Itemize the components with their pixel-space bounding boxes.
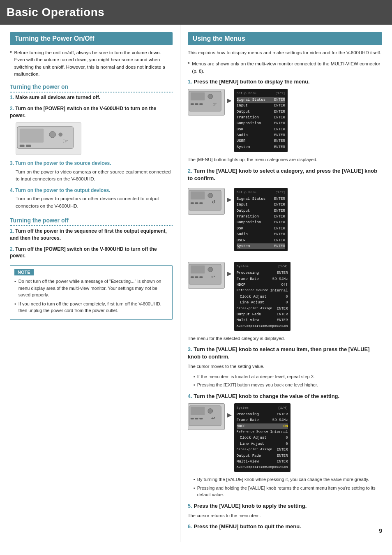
power-off-subsection: Turning the power off bbox=[10, 217, 173, 226]
svg-rect-5 bbox=[26, 145, 31, 147]
right-section-header: Using the Menus bbox=[188, 32, 382, 45]
step1-caption: The [MENU] button lights up, the menu ca… bbox=[188, 156, 382, 163]
svg-rect-17 bbox=[191, 202, 194, 204]
menu-display-2b: System[1/4] ProcessingENTER Frame Rate59… bbox=[234, 262, 291, 331]
device-small-2b: ↩ bbox=[188, 262, 225, 289]
svg-rect-33 bbox=[199, 418, 203, 419]
right-star-item: * Menus are shown only on the multi-view… bbox=[188, 60, 382, 75]
arrow-right-2a bbox=[227, 188, 232, 203]
svg-text:☞: ☞ bbox=[62, 138, 68, 145]
star-icon: * bbox=[10, 49, 12, 78]
svg-rect-29 bbox=[191, 407, 205, 415]
svg-point-16 bbox=[208, 193, 213, 198]
svg-rect-4 bbox=[20, 145, 25, 147]
step3-bullet-2: • Pressing the [EXIT] button moves you b… bbox=[194, 382, 382, 388]
arrow-right-4 bbox=[227, 403, 232, 418]
arrow-right-1 bbox=[227, 89, 232, 104]
menu-mockup-1: ☞ Setup Menu[1/1] Signal StatusENTER Inp… bbox=[188, 89, 382, 152]
svg-text:↩: ↩ bbox=[211, 416, 215, 421]
svg-point-23 bbox=[208, 267, 213, 272]
svg-rect-18 bbox=[195, 202, 198, 204]
menu-mockup-2b: ↩ System[1/4] ProcessingENTER Frame Rate… bbox=[188, 262, 382, 331]
svg-rect-8 bbox=[191, 92, 205, 101]
svg-rect-15 bbox=[191, 192, 205, 200]
device-small-1: ☞ bbox=[188, 89, 225, 116]
svg-rect-12 bbox=[199, 103, 203, 105]
page-title: Basic Operations bbox=[7, 6, 382, 19]
step4-bullet-1: • By turning the [VALUE] knob while pres… bbox=[194, 476, 382, 483]
svg-point-2 bbox=[49, 132, 56, 138]
svg-rect-31 bbox=[191, 418, 194, 419]
arrow-right-2b bbox=[227, 262, 232, 277]
page-header: Basic Operations bbox=[0, 0, 392, 25]
svg-rect-10 bbox=[191, 103, 194, 105]
right-column: Using the Menus This explains how to dis… bbox=[180, 25, 392, 542]
svg-rect-32 bbox=[195, 418, 198, 419]
step2-caption: The menu for the selected category is di… bbox=[188, 335, 382, 342]
svg-text:↩: ↩ bbox=[211, 275, 215, 280]
svg-rect-11 bbox=[195, 103, 198, 105]
step4-bullet-2: • Pressing and holding the [VALUE] knob … bbox=[194, 485, 382, 498]
right-step-6: 6. Press the [MENU] button to quit the m… bbox=[188, 523, 382, 530]
step3-bullet-1: • If the menu item is located at a deepe… bbox=[194, 373, 382, 380]
power-on-step-1: 1. Make sure all devices are turned off. bbox=[10, 94, 173, 101]
device-small-4: ↩ bbox=[188, 403, 225, 430]
svg-rect-24 bbox=[191, 277, 194, 278]
note-bullet-2: • If you need to turn off the power comp… bbox=[14, 301, 168, 314]
right-step-1: 1. Press the [MENU] button to display th… bbox=[188, 78, 382, 163]
two-menus: ↺ Setup Menu[1/1] Signal StatusENTER Inp… bbox=[188, 185, 382, 335]
power-on-step-4: 4. Turn on the power to the output devic… bbox=[10, 187, 173, 210]
step5-caption: The cursor returns to the menu item. bbox=[188, 512, 382, 519]
power-on-step-2: 2. Turn on the [POWER] switch on the V-6… bbox=[10, 105, 173, 155]
page-number: 9 bbox=[379, 527, 382, 534]
device-small-2a: ↺ bbox=[188, 188, 225, 215]
svg-text:↺: ↺ bbox=[212, 199, 215, 204]
menu-display-1: Setup Menu[1/1] Signal StatusENTER Input… bbox=[234, 89, 288, 152]
power-off-step-1: 1. Turn off the power in the sequence of… bbox=[10, 228, 173, 242]
right-step-4: 4. Turn the [VALUE] knob to change the v… bbox=[188, 393, 382, 498]
menu-display-4: System[1/4] ProcessingENTER Frame Rate59… bbox=[234, 403, 291, 472]
svg-rect-19 bbox=[199, 202, 203, 204]
menu-mockup-4: ↩ System[1/4] ProcessingENTER Frame Rate… bbox=[188, 403, 382, 472]
note-bullet-1: • Do not turn off the power while a mess… bbox=[14, 278, 168, 298]
svg-rect-1 bbox=[20, 129, 44, 143]
svg-point-3 bbox=[58, 133, 62, 137]
svg-point-30 bbox=[208, 409, 213, 414]
menu-mockup-2a: ↺ Setup Menu[1/1] Signal StatusENTER Inp… bbox=[188, 188, 382, 251]
device-image-power-on: ☞ bbox=[16, 122, 81, 155]
left-section-header: Turning the Power On/Off bbox=[10, 32, 173, 45]
svg-rect-26 bbox=[199, 277, 203, 278]
svg-rect-22 bbox=[191, 266, 205, 274]
svg-rect-25 bbox=[195, 277, 198, 278]
right-step-5: 5. Press the [VALUE] knob to apply the s… bbox=[188, 502, 382, 519]
note-box: NOTE • Do not turn off the power while a… bbox=[10, 265, 173, 320]
power-on-step-3: 3. Turn on the power to the source devic… bbox=[10, 160, 173, 183]
left-column: Turning the Power On/Off * Before turnin… bbox=[0, 25, 180, 542]
right-step-3: 3. Turn the [VALUE] knob to select a men… bbox=[188, 346, 382, 388]
right-step-2: 2. Turn the [VALUE] knob to select a cat… bbox=[188, 167, 382, 342]
power-off-step-2: 2. Turn off the [POWER] switch on the V-… bbox=[10, 246, 173, 260]
power-on-subsection: Turning the power on bbox=[10, 83, 173, 92]
right-star-icon: * bbox=[188, 60, 189, 75]
right-intro: This explains how to display menus and m… bbox=[188, 49, 382, 56]
svg-text:☞: ☞ bbox=[212, 102, 217, 107]
svg-point-9 bbox=[208, 94, 213, 99]
menu-display-2a: Setup Menu[1/1] Signal StatusENTER Input… bbox=[234, 188, 288, 251]
left-intro-star: * Before turning the unit on/off, always… bbox=[10, 49, 173, 78]
step3-caption: The cursor moves to the setting value. bbox=[188, 363, 382, 370]
